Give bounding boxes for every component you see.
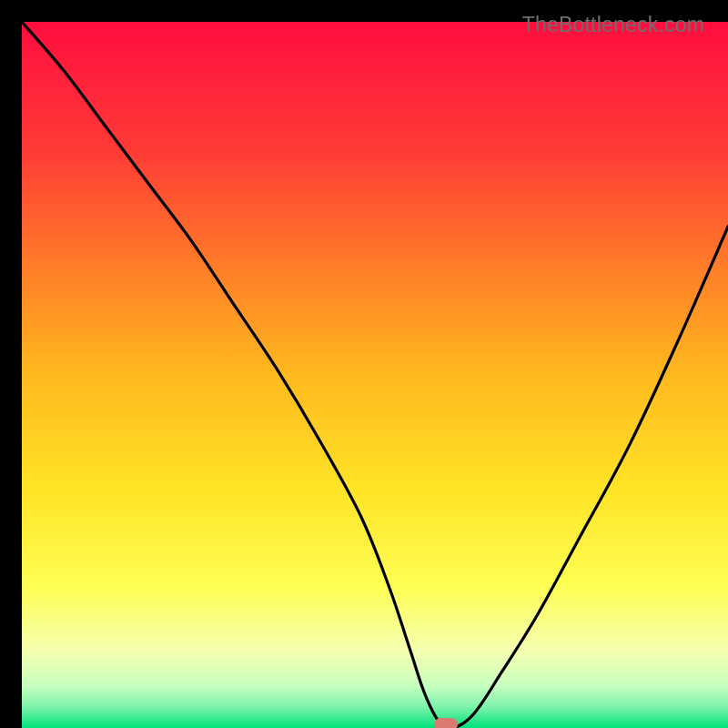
bottleneck-chart <box>22 22 728 728</box>
gradient-background <box>22 22 728 728</box>
watermark-text: TheBottleneck.com <box>522 13 704 37</box>
optimal-marker <box>434 718 458 728</box>
chart-frame: TheBottleneck.com <box>11 11 717 717</box>
